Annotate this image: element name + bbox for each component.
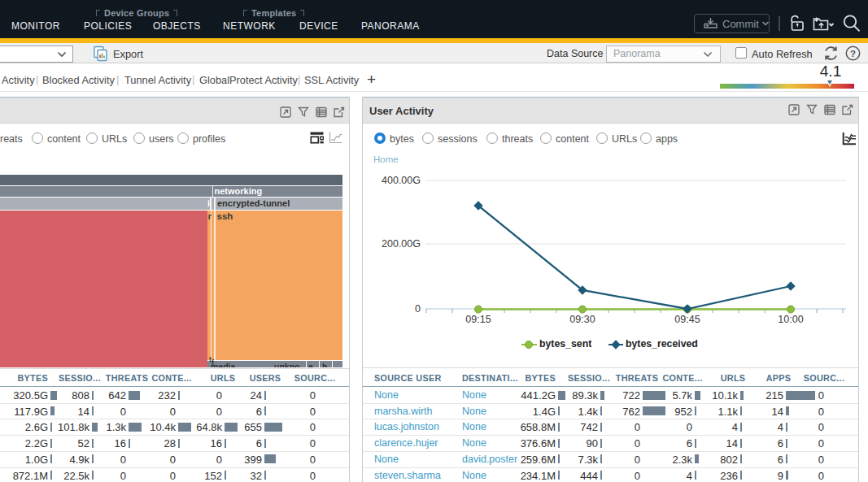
svg-text:?: ?: [850, 49, 856, 59]
svg-text:09:15: 09:15: [465, 314, 491, 325]
svg-text:10:00: 10:00: [778, 314, 803, 325]
svg-text:400.00G: 400.00G: [382, 175, 421, 186]
svg-text:0: 0: [415, 303, 421, 315]
svg-text:09:45: 09:45: [674, 314, 700, 325]
svg-text:200.00G: 200.00G: [382, 238, 421, 250]
svg-text:09:30: 09:30: [569, 314, 595, 325]
